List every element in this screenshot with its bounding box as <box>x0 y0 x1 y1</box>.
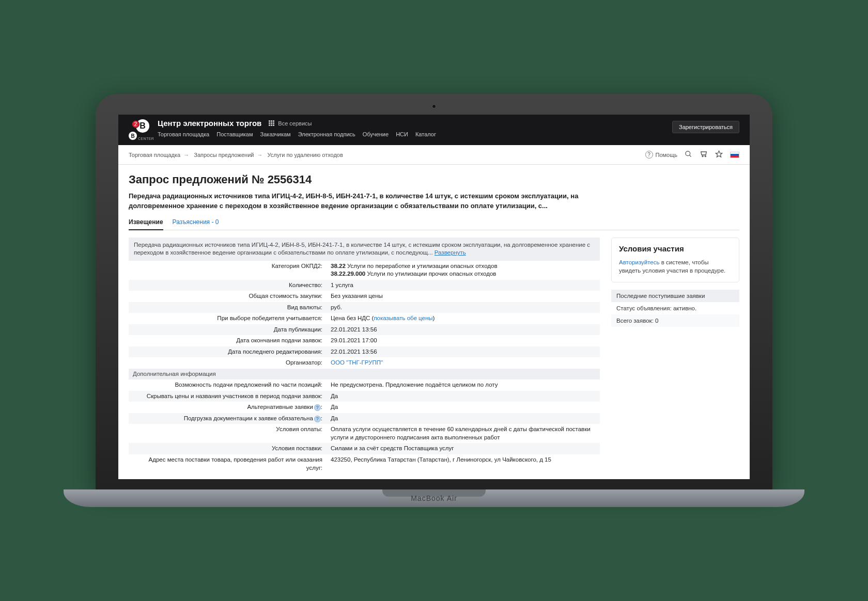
search-icon[interactable] <box>685 150 692 160</box>
cart-icon[interactable] <box>700 150 708 160</box>
laptop-base: MacBook Air <box>64 489 804 507</box>
all-services-link[interactable]: Все сервисы <box>269 120 312 126</box>
secondary-bar: Торговая площадка→ Запросы предложений→ … <box>118 145 750 165</box>
table-row: Подгрузка документации к заявке обязател… <box>129 413 600 424</box>
comments-block: Комментарии: Данная процедура запроса пр… <box>129 479 600 479</box>
nav-item[interactable]: Каталог <box>415 131 436 137</box>
nav-item[interactable]: Торговая площадка <box>158 131 209 137</box>
logo[interactable]: 2 B B CENTER <box>129 120 152 140</box>
auth-link[interactable]: Авторизуйтесь <box>619 259 659 265</box>
description-box: Передача радиационных источников типа ИГ… <box>129 238 600 261</box>
table-row: Альтернативные заявки?:Да <box>129 402 600 413</box>
table-row: Категория ОКПД2: 38.22 Услуги по перераб… <box>129 261 600 280</box>
list-item: Всего заявок: 0 <box>611 314 739 327</box>
nav-item[interactable]: Заказчикам <box>260 131 291 137</box>
svg-line-1 <box>689 155 691 156</box>
tab-notice[interactable]: Извещение <box>129 218 163 230</box>
card-title: Условия участия <box>619 244 732 253</box>
table-row: Дата последнего редактирования:22.01.202… <box>129 346 600 358</box>
info-table-1: Категория ОКПД2: 38.22 Услуги по перераб… <box>129 261 600 473</box>
crumb[interactable]: Услуги по удалению отходов <box>268 152 343 158</box>
svg-point-3 <box>705 156 706 157</box>
table-row: При выборе победителя учитывается:Цена б… <box>129 313 600 324</box>
description-text: Передача радиационных источников типа ИГ… <box>134 242 590 256</box>
table-row: Дата окончания подачи заявок:29.01.2021 … <box>129 335 600 346</box>
list-header: Последние поступившие заявки <box>611 290 739 302</box>
help-label: Помощь <box>656 152 678 158</box>
help-link[interactable]: ? Помощь <box>645 151 678 159</box>
page-title: Запрос предложений № 2556314 <box>129 173 739 186</box>
table-row: Адрес места поставки товара, проведения … <box>129 454 600 473</box>
table-row: Организатор:ООО "ТНГ-ГРУПП" <box>129 357 600 369</box>
notification-badge: 2 <box>132 120 140 128</box>
breadcrumb: Торговая площадка→ Запросы предложений→ … <box>129 152 343 158</box>
main-column: Передача радиационных источников типа ИГ… <box>129 238 600 479</box>
table-row: Общая стоимость закупки:Без указания цен… <box>129 291 600 302</box>
help-icon: ? <box>645 151 653 159</box>
site-title: Центр электронных торгов <box>158 119 261 128</box>
register-button[interactable]: Зарегистрироваться <box>672 121 739 133</box>
table-row: Дата публикации:22.01.2021 13:56 <box>129 324 600 336</box>
crumb[interactable]: Торговая площадка <box>129 152 180 158</box>
table-row: Условия поставки:Силами и за счёт средст… <box>129 443 600 454</box>
toggle-price-link[interactable]: показывать обе цены <box>374 315 432 321</box>
table-row: Условия оплаты:Оплата услуги осуществляе… <box>129 424 600 443</box>
table-row: Вид валюты:руб. <box>129 302 600 313</box>
tabs: Извещение Разъяснения - 0 <box>129 218 739 230</box>
logo-icon-small: B <box>129 132 137 140</box>
list-item: Статус объявления: активно. <box>611 302 739 314</box>
grid-icon <box>269 120 275 126</box>
nav-item[interactable]: НСИ <box>396 131 408 137</box>
top-nav: Торговая площадка Поставщикам Заказчикам… <box>158 131 672 137</box>
table-row: Количество:1 услуга <box>129 280 600 291</box>
bids-status-list: Последние поступившие заявки Статус объя… <box>611 290 739 327</box>
svg-marker-4 <box>716 151 722 157</box>
participation-card: Условия участия Авторизуйтесь в системе,… <box>611 238 739 282</box>
tab-clarifications[interactable]: Разъяснения - 0 <box>173 218 219 230</box>
nav-item[interactable]: Обучение <box>363 131 389 137</box>
help-dot-icon[interactable]: ? <box>314 416 321 422</box>
svg-point-0 <box>686 151 690 155</box>
language-flag[interactable] <box>730 152 739 158</box>
laptop-camera <box>432 104 436 108</box>
nav-item[interactable]: Электронная подпись <box>298 131 355 137</box>
all-services-label: Все сервисы <box>278 120 312 126</box>
expand-link[interactable]: Развернуть <box>435 249 466 256</box>
crumb[interactable]: Запросы предложений <box>194 152 254 158</box>
table-row: Скрывать цены и названия участников в пе… <box>129 391 600 402</box>
page-subtitle: Передача радиационных источников типа ИГ… <box>129 192 635 211</box>
logo-subtext: CENTER <box>138 137 154 140</box>
svg-point-2 <box>702 156 703 157</box>
nav-item[interactable]: Поставщикам <box>216 131 253 137</box>
star-icon[interactable] <box>715 150 723 160</box>
header: 2 B B CENTER Центр электронных торгов Вс… <box>118 115 750 145</box>
organizer-link[interactable]: ООО "ТНГ-ГРУПП" <box>331 359 383 366</box>
comments-title: Комментарии: <box>129 479 600 479</box>
section-header: Дополнительная информация <box>129 369 600 380</box>
laptop-brand: MacBook Air <box>64 494 804 502</box>
help-dot-icon[interactable]: ? <box>314 404 321 411</box>
sidebar: Условия участия Авторизуйтесь в системе,… <box>611 238 739 479</box>
table-row: Возможность подачи предложений по части … <box>129 379 600 391</box>
